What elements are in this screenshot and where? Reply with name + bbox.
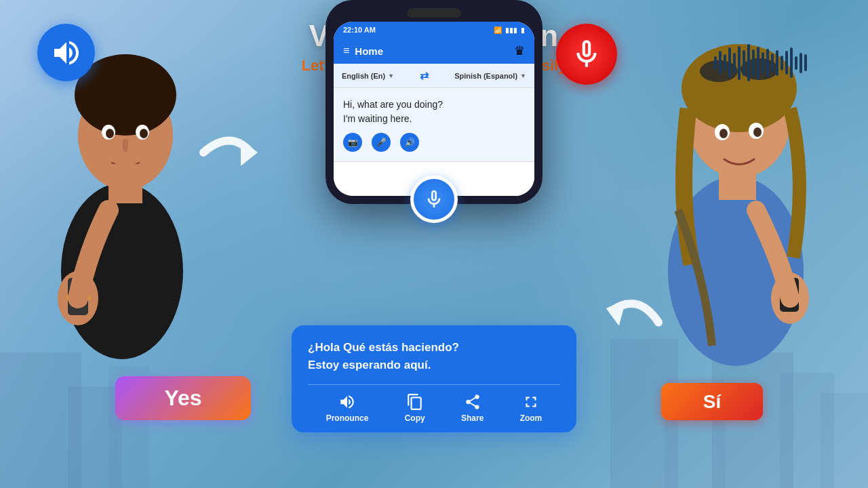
svg-point-23 [753, 127, 762, 137]
pronounce-button[interactable]: Pronounce [326, 393, 369, 423]
zoom-icon [522, 393, 540, 411]
copy-button[interactable]: Copy [405, 393, 425, 423]
app-bar: ≡ Home ♛ [334, 38, 534, 64]
pronounce-icon [338, 393, 356, 411]
mic-record-button[interactable] [556, 24, 617, 85]
svg-point-6 [106, 129, 114, 138]
phone-screen: 22:10 AM 📶 ▮▮▮ ▮ ≡ Home ♛ [334, 22, 534, 196]
app-title: Home [355, 45, 383, 57]
status-icons: 📶 ▮▮▮ ▮ [494, 26, 525, 34]
swap-languages-icon[interactable]: ⇄ [420, 69, 429, 82]
phone-mic-button[interactable] [410, 176, 458, 223]
si-button[interactable]: Sí [661, 383, 763, 420]
status-bar: 22:10 AM 📶 ▮▮▮ ▮ [334, 22, 534, 38]
app-bar-left: ≡ Home [343, 45, 383, 57]
arrow-left-svg [197, 122, 264, 183]
copy-icon [406, 393, 424, 411]
signal-icon: ▮▮▮ [505, 26, 517, 34]
phone-mockup: 22:10 AM 📶 ▮▮▮ ▮ ≡ Home ♛ [326, 0, 542, 204]
status-time: 22:10 AM [343, 26, 376, 34]
menu-icon[interactable]: ≡ [343, 45, 349, 57]
svg-marker-12 [241, 139, 258, 166]
share-icon [464, 393, 481, 411]
sound-wave [714, 44, 807, 81]
from-dropdown-arrow: ▼ [388, 73, 394, 79]
mic-icon-small[interactable]: 🎤 [372, 133, 391, 152]
sound-icon-circle[interactable] [37, 24, 95, 81]
phone-mic-svg-icon [423, 188, 445, 210]
svg-point-8 [102, 163, 149, 183]
svg-point-7 [140, 129, 148, 138]
translated-text: ¿Hola Qué estás haciendo? Estoy esperand… [308, 339, 560, 373]
yes-button[interactable]: Yes [115, 376, 251, 420]
text-action-icons: 📷 🎤 🔊 [343, 133, 525, 152]
speaker-icon [50, 37, 83, 69]
camera-icon[interactable]: 📷 [343, 133, 362, 152]
source-text-area[interactable]: Hi, what are you doing? I'm waiting here… [334, 88, 534, 162]
phone-body: 22:10 AM 📶 ▮▮▮ ▮ ≡ Home ♛ [326, 0, 542, 204]
source-text: Hi, what are you doing? I'm waiting here… [343, 98, 525, 126]
svg-marker-26 [603, 296, 627, 326]
result-action-bar: Pronounce Copy Share Zoom [308, 384, 560, 423]
arrow-right-direction [197, 122, 264, 196]
language-from[interactable]: English (En) ▼ [342, 72, 394, 80]
share-button[interactable]: Share [461, 393, 484, 423]
language-selector: English (En) ▼ ⇄ Spinish (Espanol) ▼ [334, 64, 534, 88]
crown-icon[interactable]: ♛ [514, 43, 525, 58]
zoom-button[interactable]: Zoom [520, 393, 542, 423]
speaker-icon-small[interactable]: 🔊 [400, 133, 419, 152]
translation-result-panel: ¿Hola Qué estás haciendo? Estoy esperand… [292, 325, 576, 432]
to-dropdown-arrow: ▼ [520, 73, 526, 79]
mic-icon [570, 37, 604, 71]
battery-icon: ▮ [521, 26, 525, 34]
svg-rect-19 [719, 169, 756, 200]
wifi-icon: 📶 [494, 26, 502, 34]
language-to[interactable]: Spinish (Espanol) ▼ [454, 72, 526, 80]
svg-point-22 [719, 129, 728, 138]
